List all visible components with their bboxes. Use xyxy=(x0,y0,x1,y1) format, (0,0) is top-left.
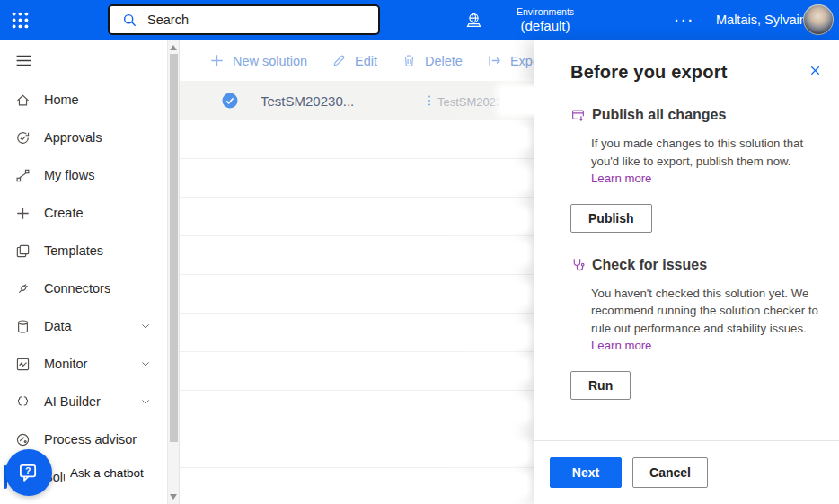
plus-icon xyxy=(15,206,31,221)
approvals-icon xyxy=(15,130,31,146)
command-label: New solution xyxy=(233,54,307,68)
panel-footer: Next Cancel xyxy=(534,440,839,504)
table-row[interactable] xyxy=(180,314,534,352)
close-icon[interactable] xyxy=(808,64,822,77)
section-heading: Check for issues xyxy=(570,257,819,273)
sidebar-item-label: Connectors xyxy=(44,281,110,296)
edit-button[interactable]: Edit xyxy=(331,53,377,68)
scroll-up-arrow[interactable] xyxy=(170,45,177,50)
table-row[interactable] xyxy=(180,391,534,429)
panel-title: Before you export xyxy=(570,62,819,83)
sidebar-scrollbar[interactable] xyxy=(167,40,179,504)
sidebar-item-approvals[interactable]: Approvals xyxy=(0,119,179,156)
trash-icon xyxy=(402,53,417,68)
command-label: Edit xyxy=(355,54,377,68)
redacted-text xyxy=(500,87,534,114)
table-row[interactable] xyxy=(180,352,534,391)
chevron-down-icon[interactable] xyxy=(140,321,151,332)
publish-button[interactable]: Publish xyxy=(570,204,652,233)
redacted-text xyxy=(460,169,527,189)
selected-check-icon[interactable] xyxy=(222,93,238,109)
learn-more-link[interactable]: Learn more xyxy=(591,172,651,185)
main-content: New solutionEditDeleteExport solution Te… xyxy=(180,40,534,504)
app-launcher-icon[interactable] xyxy=(10,10,31,31)
sidebar-item-connectors[interactable]: Connectors xyxy=(0,270,179,307)
sidebar-item-my-flows[interactable]: My flows xyxy=(0,156,179,194)
svg-text:?: ? xyxy=(25,466,31,476)
sidebar-item-create[interactable]: Create xyxy=(0,194,179,232)
sidebar-item-monitor[interactable]: Monitor xyxy=(0,345,179,383)
sidebar-item-label: Process advisor xyxy=(44,432,137,447)
scrollbar-thumb[interactable] xyxy=(170,54,178,442)
table-row[interactable] xyxy=(180,159,534,198)
pencil-icon xyxy=(331,53,347,68)
cancel-button[interactable]: Cancel xyxy=(632,457,708,488)
sidebar-item-label: Templates xyxy=(44,243,103,258)
section-title: Publish all changes xyxy=(592,107,726,123)
learn-more-link[interactable]: Learn more xyxy=(591,339,651,352)
export-solution-button[interactable]: Export solution xyxy=(487,53,534,68)
section-title: Check for issues xyxy=(592,257,707,273)
table-row[interactable] xyxy=(180,198,534,236)
chat-bubble-icon: ? xyxy=(17,461,40,484)
delete-button[interactable]: Delete xyxy=(402,53,463,68)
monitor-icon xyxy=(15,357,31,372)
chevron-down-icon[interactable] xyxy=(140,396,151,407)
home-icon xyxy=(15,93,31,108)
plus-icon xyxy=(209,53,225,68)
publish-icon xyxy=(570,108,586,123)
section-text: You haven't checked this solution yet. W… xyxy=(591,287,818,335)
row-more-button[interactable] xyxy=(422,93,437,108)
command-bar: New solutionEditDeleteExport solution xyxy=(180,40,534,81)
run-button[interactable]: Run xyxy=(570,371,631,400)
ask-chatbot-button[interactable]: ? xyxy=(5,449,52,496)
redacted-text xyxy=(445,442,527,462)
table-row[interactable] xyxy=(180,275,534,314)
panel-sections: Publish all changesIf you made changes t… xyxy=(570,107,819,400)
sidebar-item-label: Data xyxy=(44,319,72,333)
process-icon xyxy=(15,432,31,447)
export-flyout-panel: Before you export Publish all changesIf … xyxy=(534,40,839,504)
sidebar-item-data[interactable]: Data xyxy=(0,307,179,345)
section-text: If you made changes to this solution tha… xyxy=(591,137,803,168)
section-body: You haven't checked this solution yet. W… xyxy=(591,285,821,355)
next-button[interactable]: Next xyxy=(550,457,622,488)
table-row[interactable] xyxy=(180,468,534,504)
table-row[interactable] xyxy=(180,236,534,275)
database-icon xyxy=(15,319,31,334)
solution-list xyxy=(180,120,534,504)
command-label: Export solution xyxy=(510,54,534,68)
environment-name: (default) xyxy=(497,18,594,35)
stethoscope-icon xyxy=(570,257,586,272)
sidebar-item-ai-builder[interactable]: AI Builder xyxy=(0,383,179,420)
sidebar-item-home[interactable]: Home xyxy=(0,81,179,119)
table-row[interactable] xyxy=(180,429,534,468)
search-icon xyxy=(122,13,137,28)
sidebar: HomeApprovalsMy flowsCreateTemplatesConn… xyxy=(0,40,180,504)
search-box[interactable] xyxy=(108,4,380,35)
chevron-down-icon[interactable] xyxy=(140,358,151,369)
table-row[interactable] xyxy=(180,120,534,159)
sidebar-item-templates[interactable]: Templates xyxy=(0,232,179,270)
scroll-down-arrow[interactable] xyxy=(170,494,177,500)
avatar[interactable] xyxy=(803,4,834,35)
redacted-text xyxy=(455,475,527,495)
ai-icon xyxy=(15,394,31,410)
templates-icon xyxy=(15,243,31,259)
header-overflow-button[interactable]: ··· xyxy=(675,0,695,40)
sidebar-item-label: Monitor xyxy=(44,357,87,371)
app-header: Environments (default) ··· Maltais, Sylv… xyxy=(0,0,839,40)
environment-selector[interactable]: Environments (default) xyxy=(464,0,594,40)
new-solution-button[interactable]: New solution xyxy=(209,53,307,68)
chatbot-tooltip: Ask a chatbot xyxy=(65,459,153,486)
redacted-text xyxy=(452,285,527,305)
redacted-text xyxy=(448,401,527,420)
command-label: Delete xyxy=(425,54,463,68)
redacted-text xyxy=(466,243,527,263)
nav-toggle-button[interactable] xyxy=(0,40,179,81)
user-name: Maltais, Sylvain xyxy=(716,0,807,40)
search-input[interactable] xyxy=(147,13,378,27)
sidebar-item-label: My flows xyxy=(44,168,94,182)
redacted-text xyxy=(450,128,527,147)
selected-solution-row[interactable]: TestSM20230... TestSM20230417 xyxy=(180,81,534,120)
